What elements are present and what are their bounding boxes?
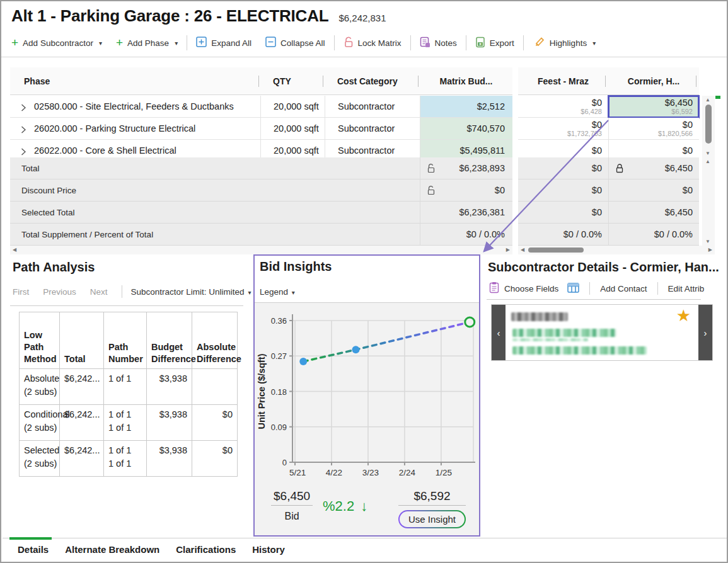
total-row-label: Total xyxy=(10,157,420,179)
tab-history[interactable]: History xyxy=(252,544,285,555)
toolbar: + Add Subcontractor ▾ + Add Phase ▾ Expa… xyxy=(11,34,596,52)
column-header-feest-mraz[interactable]: Feest - Mraz xyxy=(518,67,608,95)
first-link[interactable]: First xyxy=(13,287,29,297)
budget-diff-value: $3,938 xyxy=(147,369,192,405)
expand-all-button[interactable]: Expand All xyxy=(196,37,251,49)
edit-attributes-button[interactable]: Edit Attrib xyxy=(668,284,705,293)
subcontractor-limit-label: Subcontractor Limit: Unlimited xyxy=(131,287,245,297)
qty-value: 20,000 sqft xyxy=(274,123,319,134)
bid-label: Bid xyxy=(271,511,313,522)
add-phase-button[interactable]: + Add Phase ▾ xyxy=(116,38,178,48)
scroll-down-arrow[interactable]: ▼ xyxy=(705,151,710,156)
lock-open-icon xyxy=(427,185,436,198)
scrollbar-thumb[interactable] xyxy=(705,105,712,144)
bid-cell-cormier-selected[interactable]: $6,450 $6,592 xyxy=(608,96,699,118)
tab-alternate-breakdown[interactable]: Alternate Breakdown xyxy=(65,544,159,555)
lock-matrix-button[interactable]: Lock Matrix xyxy=(344,36,402,50)
bid-value: $0 xyxy=(683,120,693,130)
scroll-left-arrow[interactable]: ◀ xyxy=(521,247,524,253)
path-table-row[interactable]: Conditional(2 subs) $6,242... 1 of 11 of… xyxy=(20,405,238,441)
column-header-cost-category[interactable]: Cost Category xyxy=(325,67,420,95)
qty-cell[interactable]: 20,000 sqft xyxy=(260,118,325,140)
column-header-qty[interactable]: QTY xyxy=(260,67,325,95)
cost-category-cell[interactable]: Subcontractor xyxy=(325,118,420,140)
excel-export-icon: x xyxy=(475,37,485,50)
column-header-phase[interactable]: Phase xyxy=(10,67,260,95)
bid-alt-value: $1,732,703 xyxy=(567,130,602,137)
notes-button[interactable]: Notes xyxy=(420,37,457,50)
budget-value: $740,570 xyxy=(467,123,505,134)
svg-text:0.09: 0.09 xyxy=(271,423,287,432)
path-table-row[interactable]: Selected(2 subs) $6,242... 1 of 11 of 1 … xyxy=(20,441,238,477)
insight-stat: $6,592 Use Insight xyxy=(398,489,466,528)
path-analysis-nav: First Previous Next Subcontractor Limit:… xyxy=(13,285,251,298)
matrix-budget-cell[interactable]: $740,570 xyxy=(420,118,512,140)
choose-fields-button[interactable]: Choose Fields xyxy=(504,284,558,293)
horizontal-scrollbar[interactable]: ◀ ▶ xyxy=(10,246,512,254)
path-number-value: 1 of 1 xyxy=(108,458,131,469)
subs-value: (2 subs) xyxy=(24,387,57,397)
tab-clarifications[interactable]: Clarifications xyxy=(176,544,236,555)
highlights-button[interactable]: Highlights ▾ xyxy=(533,37,596,49)
scroll-up-arrow[interactable]: ▲ xyxy=(705,159,710,164)
use-insight-button[interactable]: Use Insight xyxy=(398,510,466,528)
path-table-header-row: Low Path Method Total Path Number Budget… xyxy=(20,312,238,369)
scroll-up-arrow[interactable]: ▲ xyxy=(705,97,710,103)
total-sub-cell: $6,450 xyxy=(608,157,699,179)
scroll-right-arrow[interactable]: ▶ xyxy=(506,247,510,253)
matrix-budget-cell[interactable]: $2,512 xyxy=(420,96,512,118)
active-tab-indicator xyxy=(9,537,52,540)
path-table-row[interactable]: Absolute(2 subs) $6,242... 1 of 1 $3,938 xyxy=(20,369,238,405)
legend-dropdown[interactable]: Legend ▾ xyxy=(260,287,295,297)
chevron-right-icon[interactable] xyxy=(21,125,26,135)
bid-cell-feest[interactable]: $0 $6,428 xyxy=(518,96,608,118)
total-row: Total $6,238,893 $0 $6,450 xyxy=(10,157,720,179)
budget-diff-value: $3,938 xyxy=(147,441,192,477)
vertical-scrollbar[interactable]: ▲ ▼ xyxy=(702,157,715,246)
add-contact-button[interactable]: Add Contact xyxy=(600,284,647,293)
separator xyxy=(122,285,122,298)
bid-cell-cormier[interactable]: $0 $1,820,566 xyxy=(608,118,699,140)
cost-category-cell[interactable]: Subcontractor xyxy=(325,96,420,118)
phase-cell[interactable]: 02580.000 - Site Electrical, Feeders & D… xyxy=(10,96,260,118)
horizontal-scrollbar[interactable]: ◀ ▶ xyxy=(518,246,715,254)
column-header-cormier[interactable]: Cormier, H... xyxy=(608,67,699,95)
export-button[interactable]: x Export xyxy=(475,37,514,50)
qty-cell[interactable]: 20,000 sqft xyxy=(260,96,325,118)
scroll-right-arrow[interactable]: ▶ xyxy=(708,247,712,253)
previous-link[interactable]: Previous xyxy=(43,287,76,297)
tab-details[interactable]: Details xyxy=(18,544,49,555)
table-grid-icon[interactable] xyxy=(567,283,579,295)
scrollbar-thumb[interactable] xyxy=(528,247,584,253)
svg-text:0.18: 0.18 xyxy=(271,387,287,397)
chevron-right-icon[interactable] xyxy=(21,147,26,157)
collapse-all-label: Collapse All xyxy=(280,38,325,48)
total-row-label: Selected Total xyxy=(10,202,420,224)
header-separator xyxy=(418,76,419,87)
phase-cell[interactable]: 26020.000 - Parking Structure Electrical xyxy=(10,118,260,140)
chevron-down-icon: ▾ xyxy=(175,40,178,47)
column-header-label: Cormier, H... xyxy=(628,76,679,86)
method-value: Selected xyxy=(24,445,59,455)
bid-alt-value: $6,592 xyxy=(671,108,693,115)
cost-category-value: Subcontractor xyxy=(338,145,395,156)
scroll-left-arrow[interactable]: ◀ xyxy=(13,247,16,253)
collapse-all-button[interactable]: Collapse All xyxy=(265,37,325,49)
carousel-next-button[interactable]: › xyxy=(698,305,712,360)
carousel-prev-button[interactable]: ‹ xyxy=(492,305,506,360)
column-header-matrix-budget[interactable]: Matrix Bud... xyxy=(420,67,512,95)
phase-label: 26020.000 - Parking Structure Electrical xyxy=(34,123,195,134)
vertical-scrollbar[interactable]: ▲ ▼ xyxy=(702,96,715,157)
bid-value: $0 xyxy=(683,145,693,156)
chevron-right-icon[interactable] xyxy=(21,103,26,113)
scroll-down-arrow[interactable]: ▼ xyxy=(705,239,710,244)
lock-matrix-label: Lock Matrix xyxy=(358,38,402,48)
subcontractor-limit-dropdown[interactable]: Subcontractor Limit: Unlimited ▾ xyxy=(131,287,251,297)
bid-cell-feest[interactable]: $0 $1,732,703 xyxy=(518,118,608,140)
next-link[interactable]: Next xyxy=(90,287,108,297)
add-subcontractor-button[interactable]: + Add Subcontractor ▾ xyxy=(11,38,102,48)
star-favorite-icon[interactable]: ★ xyxy=(676,307,691,324)
qty-value: 20,000 sqft xyxy=(274,145,319,156)
svg-text:0.27: 0.27 xyxy=(271,351,287,361)
total-budget-cell: $0 xyxy=(420,179,512,202)
